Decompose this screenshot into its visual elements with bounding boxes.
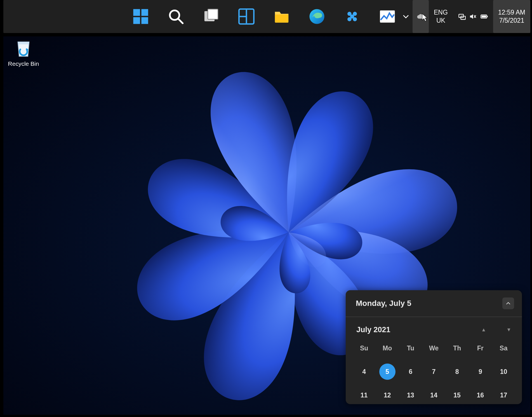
- keyboard-layout: UK: [436, 17, 445, 25]
- calendar-dow: Su: [352, 342, 376, 354]
- recycle-bin-icon[interactable]: Recycle Bin: [7, 38, 40, 67]
- calendar-day[interactable]: 13: [399, 389, 422, 401]
- cloud-icon: [416, 12, 425, 21]
- calendar-day[interactable]: 10: [492, 366, 515, 378]
- battery-icon: [480, 13, 488, 20]
- clock-button[interactable]: 12:59 AM 7/5/2021: [493, 0, 530, 33]
- svg-rect-25: [481, 16, 486, 18]
- calendar-prev-button[interactable]: ▲: [481, 327, 486, 333]
- svg-rect-7: [208, 9, 218, 19]
- calendar-dow: We: [422, 342, 445, 354]
- calendar-day[interactable]: 5: [376, 366, 399, 378]
- tray-overflow-button[interactable]: [399, 0, 413, 33]
- calendar-dow: Tu: [399, 342, 422, 354]
- svg-rect-1: [141, 9, 148, 16]
- recycle-bin-glyph: [13, 38, 34, 58]
- edge-icon: [309, 8, 325, 25]
- edge-button[interactable]: [308, 8, 326, 25]
- svg-rect-24: [487, 16, 488, 17]
- svg-line-5: [178, 19, 183, 23]
- search-button[interactable]: [167, 8, 185, 25]
- calendar-day[interactable]: 12: [376, 389, 399, 401]
- gear-cluster-icon: [344, 8, 360, 25]
- calendar-header: Monday, July 5: [346, 290, 522, 317]
- calendar-day[interactable]: 11: [352, 389, 376, 401]
- clock-date: 7/5/2021: [499, 17, 524, 25]
- calendar-day[interactable]: 16: [469, 389, 492, 401]
- taskbar-center: [132, 8, 396, 25]
- calendar-dow: Mo: [376, 342, 399, 354]
- widgets-icon: [238, 8, 255, 25]
- calendar-month-label[interactable]: July 2021: [356, 325, 390, 334]
- calendar-day[interactable]: 14: [422, 389, 445, 401]
- chevron-down-icon: [402, 13, 410, 20]
- calendar-dow: Sa: [492, 342, 515, 354]
- chevron-up-icon: [505, 301, 511, 306]
- volume-muted-icon: [469, 13, 477, 20]
- task-manager-button[interactable]: [379, 8, 396, 25]
- calendar-month-row: July 2021 ▲ ▼: [346, 317, 522, 342]
- calendar-day[interactable]: 7: [422, 366, 445, 378]
- onedrive-tray-icon[interactable]: [413, 0, 429, 33]
- calendar-full-date: Monday, July 5: [356, 299, 411, 308]
- widgets-button[interactable]: [238, 8, 255, 25]
- performance-monitor-icon: [379, 8, 396, 25]
- clock-time: 12:59 AM: [498, 8, 525, 17]
- calendar-grid: SuMoTuWeThFrSa4567891011121314151617: [346, 342, 522, 401]
- svg-rect-11: [275, 15, 288, 23]
- calendar-flyout: Monday, July 5 July 2021 ▲ ▼ SuMoTuWeThF…: [346, 290, 522, 404]
- svg-rect-19: [459, 14, 463, 18]
- svg-point-17: [350, 15, 354, 19]
- file-explorer-button[interactable]: [273, 8, 290, 25]
- desktop[interactable]: Recycle Bin Activate Windows Go to Setti…: [3, 36, 530, 415]
- folder-icon: [274, 8, 290, 25]
- system-tray: ENG UK 12:59 AM 7/5/2021: [399, 0, 530, 33]
- calendar-day[interactable]: 6: [399, 366, 422, 378]
- taskview-button[interactable]: [203, 8, 220, 25]
- calendar-nav: ▲ ▼: [481, 327, 511, 333]
- search-icon: [168, 8, 184, 25]
- calendar-dow: Th: [446, 342, 469, 354]
- recycle-bin-label: Recycle Bin: [7, 60, 40, 67]
- calendar-day[interactable]: 9: [469, 366, 492, 378]
- taskview-icon: [203, 8, 219, 25]
- calendar-day[interactable]: 8: [446, 366, 469, 378]
- calendar-next-button[interactable]: ▼: [506, 327, 511, 333]
- language-code: ENG: [434, 8, 448, 17]
- calendar-collapse-button[interactable]: [502, 297, 514, 309]
- calendar-day[interactable]: 15: [446, 389, 469, 401]
- svg-rect-2: [133, 17, 140, 24]
- start-button[interactable]: [132, 8, 149, 25]
- network-icon: [458, 13, 466, 20]
- windows-logo-icon: [133, 8, 149, 25]
- svg-rect-0: [133, 9, 140, 16]
- calendar-day[interactable]: 4: [352, 366, 376, 378]
- calendar-day[interactable]: 17: [492, 389, 515, 401]
- calendar-dow: Fr: [469, 342, 492, 354]
- svg-rect-3: [141, 17, 148, 24]
- quick-settings-button[interactable]: [453, 0, 493, 33]
- taskbar: ENG UK 12:59 AM 7/5/2021: [3, 0, 530, 33]
- settings-button[interactable]: [343, 8, 361, 25]
- language-indicator[interactable]: ENG UK: [429, 0, 453, 33]
